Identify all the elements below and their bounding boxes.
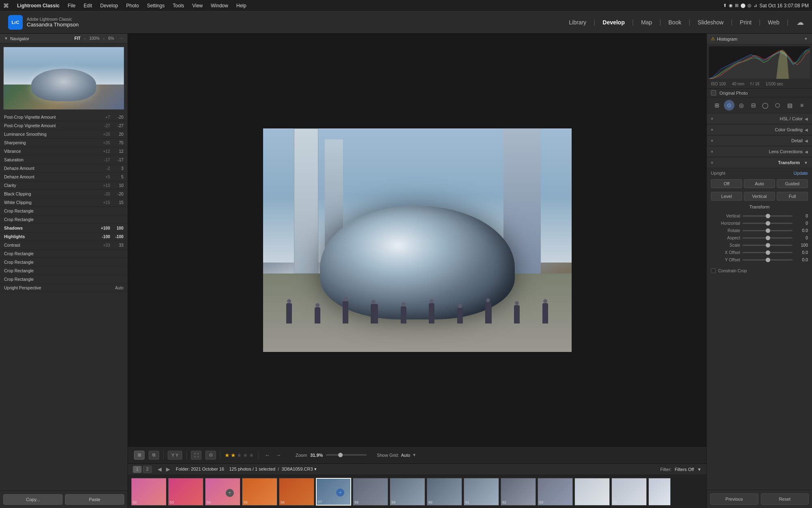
- reset-button[interactable]: Reset: [761, 493, 809, 505]
- upright-guided-btn[interactable]: Guided: [777, 179, 808, 188]
- history-item[interactable]: Post-Crop Vignette Amount +7 -20: [0, 113, 127, 122]
- filmstrip-thumb-55[interactable]: 55: [242, 478, 277, 506]
- upright-full-btn[interactable]: Full: [777, 192, 808, 201]
- star-3[interactable]: ★: [237, 452, 242, 458]
- history-item[interactable]: Dehaze Amount +5 5: [0, 173, 127, 181]
- detail-header[interactable]: ■ Detail ◀: [707, 135, 812, 146]
- history-item[interactable]: Black Clipping -20 -20: [0, 190, 127, 198]
- filmstrip-thumb-62[interactable]: 62: [501, 478, 536, 506]
- rotate-slider[interactable]: [743, 230, 793, 231]
- color-grading-header[interactable]: ■ Color Grading ◀: [707, 124, 812, 135]
- zoom-6-btn[interactable]: 6%: [107, 36, 115, 41]
- filmstrip-thumb-63[interactable]: 63: [538, 478, 573, 506]
- nav-print[interactable]: Print: [732, 17, 759, 28]
- history-item[interactable]: Crop Rectangle: [0, 250, 127, 258]
- filmstrip-prev-btn[interactable]: ◀: [156, 465, 163, 473]
- upright-auto-btn[interactable]: Auto: [744, 179, 775, 188]
- filmstrip-thumb-59[interactable]: 59: [390, 478, 425, 506]
- zoom-fit-btn[interactable]: FIT: [73, 36, 82, 41]
- tool-brush-btn[interactable]: ⬡: [772, 100, 783, 111]
- filter-dropdown-icon[interactable]: ▼: [697, 467, 702, 472]
- history-item[interactable]: Luminance Smoothing +20 20: [0, 130, 127, 139]
- tool-slider-btn[interactable]: ≡: [797, 100, 807, 111]
- history-item[interactable]: Upright Perspective Auto: [0, 284, 127, 292]
- filmstrip-thumb-56[interactable]: 56: [279, 478, 314, 506]
- star-rating[interactable]: ★ ★ ★ ★ ★: [225, 452, 254, 458]
- tool-range-mask-btn[interactable]: ▤: [784, 100, 795, 111]
- filmstrip-thumb-57[interactable]: 57 +: [316, 478, 351, 506]
- history-item[interactable]: Sharpening +35 75: [0, 139, 127, 147]
- nav-book[interactable]: Book: [661, 17, 689, 28]
- navigator-header[interactable]: ▼ Navigator FIT - 100% - 6% ⋯: [0, 34, 127, 43]
- show-grid-value[interactable]: Auto: [401, 453, 410, 458]
- upright-off-btn[interactable]: Off: [711, 179, 742, 188]
- tool-redeye-btn[interactable]: ◎: [736, 100, 747, 111]
- aspect-slider[interactable]: [743, 237, 793, 239]
- filmstrip-thumb-64[interactable]: 64: [574, 478, 610, 506]
- view-crop-btn[interactable]: ⛶: [191, 451, 201, 460]
- view-yy-btn[interactable]: Y Y: [168, 451, 182, 460]
- filmstrip-thumb-60[interactable]: 60: [427, 478, 462, 506]
- history-item[interactable]: White Clipping +15 15: [0, 198, 127, 207]
- history-item[interactable]: Shadows +100 100: [0, 224, 127, 232]
- menu-lightroom[interactable]: Lightroom Classic: [14, 2, 63, 9]
- filmstrip-thumb-58[interactable]: 58: [353, 478, 388, 506]
- nav-slideshow[interactable]: Slideshow: [690, 17, 731, 28]
- copy-button[interactable]: Copy...: [3, 494, 63, 505]
- upright-update-btn[interactable]: Update: [794, 171, 808, 176]
- star-1[interactable]: ★: [225, 452, 230, 458]
- tool-radial-btn[interactable]: ◯: [760, 100, 771, 111]
- star-5[interactable]: ★: [249, 452, 254, 458]
- constrain-crop-checkbox[interactable]: [711, 268, 716, 273]
- histogram-header[interactable]: ⚠ Histogram ▼: [707, 34, 812, 44]
- menu-photo[interactable]: Photo: [123, 2, 142, 9]
- menu-help[interactable]: Help: [233, 2, 250, 9]
- history-item[interactable]: Post-Crop Vignette Amount -27 -27: [0, 122, 127, 130]
- tool-crop-btn[interactable]: ⊞: [712, 100, 722, 111]
- filmstrip-thumb-53[interactable]: 53: [168, 478, 203, 506]
- history-item[interactable]: Saturation -17 -17: [0, 156, 127, 164]
- upright-vertical-btn[interactable]: Vertical: [744, 192, 775, 201]
- tool-graduated-btn[interactable]: ⊟: [748, 100, 759, 111]
- filmstrip-next-btn[interactable]: ▶: [164, 465, 172, 473]
- history-item[interactable]: Crop Rectangle: [0, 258, 127, 267]
- filmstrip-thumb-52[interactable]: 52: [131, 478, 166, 506]
- menu-settings[interactable]: Settings: [144, 2, 168, 9]
- nav-develop[interactable]: Develop: [595, 17, 632, 28]
- nav-library[interactable]: Library: [561, 17, 594, 28]
- x-offset-slider[interactable]: [743, 252, 793, 253]
- filmstrip-thumb-66[interactable]: 66: [648, 478, 671, 506]
- history-item[interactable]: Clarity +10 10: [0, 181, 127, 190]
- y-offset-slider[interactable]: [743, 259, 793, 261]
- history-item[interactable]: Dehaze Amount -2 3: [0, 164, 127, 173]
- star-2[interactable]: ★: [231, 452, 236, 458]
- show-grid-dropdown-icon[interactable]: ▼: [412, 453, 416, 457]
- star-4[interactable]: ★: [243, 452, 248, 458]
- history-item[interactable]: Crop Rectangle: [0, 267, 127, 275]
- view-spot-btn[interactable]: ⊙: [205, 451, 216, 460]
- menu-view[interactable]: View: [189, 2, 206, 9]
- upright-level-btn[interactable]: Level: [711, 192, 742, 201]
- nav-next-arrow[interactable]: →: [274, 451, 283, 459]
- vertical-slider[interactable]: [743, 215, 793, 217]
- scale-slider[interactable]: [743, 245, 793, 246]
- nav-prev-arrow[interactable]: ←: [263, 451, 272, 459]
- filmstrip-thumb-65[interactable]: 65: [611, 478, 647, 506]
- history-item[interactable]: Crop Rectangle: [0, 275, 127, 284]
- menu-edit[interactable]: Edit: [80, 2, 95, 9]
- filmstrip-thumb-54[interactable]: 54 +: [205, 478, 240, 506]
- nav-menu-icon[interactable]: ⋯: [119, 36, 123, 41]
- zoom-100-btn[interactable]: 100%: [88, 36, 101, 41]
- file-name[interactable]: 3D8A1059.CR3 ▾: [282, 467, 317, 471]
- previous-button[interactable]: Previous: [710, 493, 758, 505]
- filmstrip-thumb-61[interactable]: 61: [464, 478, 499, 506]
- menu-develop[interactable]: Develop: [97, 2, 121, 9]
- lens-corrections-header[interactable]: ■ Lens Corrections ◀: [707, 146, 812, 157]
- history-item[interactable]: Crop Rectangle: [0, 207, 127, 215]
- zoom-slider[interactable]: [326, 454, 367, 456]
- history-item[interactable]: Vibrance +12 12: [0, 147, 127, 156]
- view-compare-btn[interactable]: ⧉: [149, 451, 159, 460]
- menu-window[interactable]: Window: [207, 2, 231, 9]
- history-item[interactable]: Highlights -100 -100: [0, 232, 127, 241]
- view-loupe-btn[interactable]: ⊞: [134, 451, 145, 460]
